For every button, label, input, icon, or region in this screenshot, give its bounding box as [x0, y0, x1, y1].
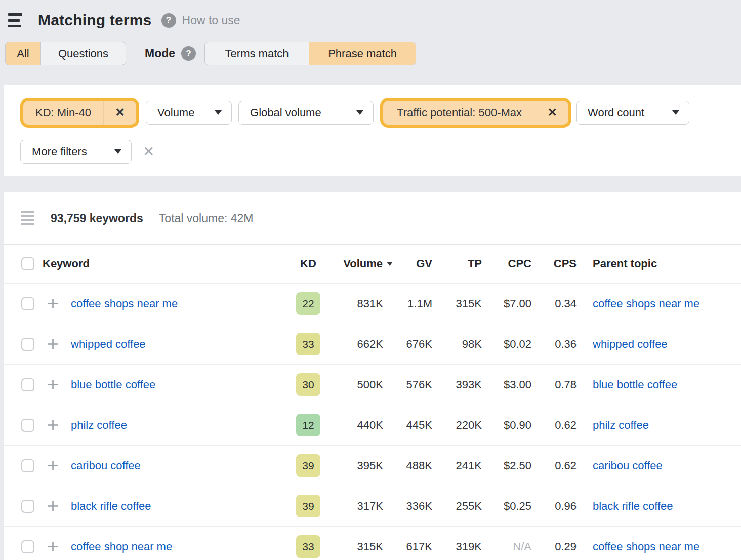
more-filters-dropdown[interactable]: More filters: [20, 140, 132, 164]
tp-value: 98K: [432, 338, 482, 351]
parent-topic-link[interactable]: coffee shops near me: [593, 540, 699, 553]
total-volume: Total volume: 42M: [159, 212, 254, 225]
clear-filters-icon[interactable]: ✕: [143, 145, 154, 159]
parent-topic-link[interactable]: black rifle coffee: [593, 500, 673, 512]
add-to-list-icon[interactable]: [47, 338, 59, 350]
kd-filter-chip-highlight: KD: Min-40 ✕: [20, 98, 139, 128]
add-to-list-icon[interactable]: [47, 500, 59, 512]
row-checkbox[interactable]: [21, 338, 34, 351]
keyword-link[interactable]: caribou coffee: [71, 459, 141, 472]
tp-value: 255K: [432, 500, 482, 513]
column-header-volume-label: Volume: [343, 257, 383, 270]
matching-terms-page: Matching terms ? How to use All Question…: [0, 0, 741, 560]
cps-value: 0.78: [531, 378, 577, 391]
add-to-list-icon[interactable]: [47, 460, 59, 471]
menu-icon[interactable]: [8, 13, 23, 27]
word-count-filter-label: Word count: [588, 106, 644, 119]
kd-badge: 33: [296, 333, 320, 355]
parent-topic-link[interactable]: blue bottle coffee: [593, 378, 677, 391]
row-checkbox[interactable]: [21, 378, 34, 391]
kd-filter-remove-icon[interactable]: ✕: [104, 101, 136, 125]
volume-value: 831K: [320, 297, 383, 310]
gv-value: 1.1M: [383, 297, 432, 310]
column-header-kd[interactable]: KD: [296, 257, 320, 270]
tab-questions[interactable]: Questions: [40, 42, 126, 65]
add-to-list-icon[interactable]: [47, 298, 59, 309]
gv-value: 617K: [383, 540, 432, 553]
volume-value: 317K: [320, 500, 383, 513]
tab-all[interactable]: All: [6, 42, 40, 65]
volume-filter-dropdown[interactable]: Volume: [146, 101, 232, 125]
row-checkbox[interactable]: [21, 297, 34, 310]
table-row: whipped coffee 33 662K 676K 98K $0.02 0.…: [4, 324, 741, 365]
table-body: coffee shops near me 22 831K 1.1M 315K $…: [4, 284, 741, 560]
how-to-use-link[interactable]: How to use: [182, 14, 240, 27]
table-header-row: Keyword KD Volume GV TP CPC CPS Parent t…: [4, 245, 741, 284]
top-header: Matching terms ? How to use All Question…: [0, 0, 741, 85]
cps-value: 0.62: [531, 419, 577, 432]
row-checkbox[interactable]: [21, 459, 34, 472]
traffic-potential-remove-icon[interactable]: ✕: [536, 101, 568, 125]
column-header-tp[interactable]: TP: [432, 257, 482, 270]
column-header-gv[interactable]: GV: [383, 257, 432, 270]
parent-topic-link[interactable]: philz coffee: [593, 419, 649, 431]
select-all-checkbox[interactable]: [21, 257, 34, 270]
cpc-value: $2.50: [482, 459, 531, 472]
scope-segmented-control: All Questions: [5, 42, 126, 65]
global-volume-filter-dropdown[interactable]: Global volume: [238, 101, 374, 125]
kd-filter-label: KD: Min-40: [23, 106, 103, 119]
row-checkbox[interactable]: [21, 540, 34, 553]
filter-row-1: KD: Min-40 ✕ Volume Global volume Traffi…: [20, 98, 741, 128]
keywords-count: 93,759 keywords: [51, 212, 143, 225]
tp-value: 319K: [432, 540, 482, 553]
kd-badge: 12: [296, 414, 320, 436]
kd-badge: 30: [296, 373, 320, 396]
keyword-link[interactable]: blue bottle coffee: [71, 378, 155, 391]
cps-value: 0.36: [531, 338, 577, 351]
tab-phrase-match[interactable]: Phrase match: [309, 42, 416, 65]
filter-panel: KD: Min-40 ✕ Volume Global volume Traffi…: [4, 85, 741, 176]
tab-terms-match[interactable]: Terms match: [205, 42, 309, 65]
gv-value: 336K: [383, 500, 432, 513]
parent-topic-link[interactable]: whipped coffee: [593, 338, 668, 350]
kd-filter-chip[interactable]: KD: Min-40 ✕: [23, 101, 136, 125]
volume-value: 662K: [320, 338, 383, 351]
column-header-parent-topic: Parent topic: [577, 257, 741, 270]
gv-value: 488K: [383, 459, 432, 472]
kd-badge: 22: [296, 292, 320, 315]
column-header-volume[interactable]: Volume: [320, 257, 383, 270]
volume-value: 500K: [320, 378, 383, 391]
table-row: caribou coffee 39 395K 488K 241K $2.50 0…: [4, 446, 741, 486]
list-icon[interactable]: [21, 211, 34, 225]
column-header-cpc[interactable]: CPC: [482, 257, 531, 270]
row-checkbox[interactable]: [21, 419, 34, 432]
parent-topic-link[interactable]: coffee shops near me: [593, 297, 699, 310]
add-to-list-icon[interactable]: [47, 541, 59, 552]
tp-value: 220K: [432, 419, 482, 432]
cpc-value: $7.00: [482, 297, 531, 310]
keyword-link[interactable]: philz coffee: [71, 419, 127, 431]
keyword-link[interactable]: black rifle coffee: [71, 500, 151, 512]
keyword-link[interactable]: whipped coffee: [71, 338, 146, 350]
word-count-filter-dropdown[interactable]: Word count: [576, 101, 689, 125]
cps-value: 0.34: [531, 297, 577, 310]
keyword-link[interactable]: coffee shops near me: [71, 297, 178, 310]
kd-badge: 33: [296, 535, 320, 558]
help-icon[interactable]: ?: [161, 13, 176, 28]
page-title: Matching terms: [38, 12, 152, 29]
traffic-potential-filter-chip[interactable]: Traffic potential: 500-Max ✕: [383, 101, 568, 125]
row-checkbox[interactable]: [21, 500, 34, 513]
keyword-link[interactable]: coffee shop near me: [71, 540, 172, 553]
chevron-down-icon: [215, 110, 222, 115]
add-to-list-icon[interactable]: [47, 379, 59, 390]
table-row: blue bottle coffee 30 500K 576K 393K $3.…: [4, 365, 741, 405]
mode-help-icon[interactable]: ?: [181, 46, 196, 61]
column-header-keyword: Keyword: [34, 257, 296, 270]
global-volume-filter-label: Global volume: [250, 106, 321, 119]
chevron-down-icon: [356, 110, 363, 115]
cpc-value: $0.90: [482, 419, 531, 432]
column-header-cps[interactable]: CPS: [531, 257, 577, 270]
add-to-list-icon[interactable]: [47, 419, 59, 431]
table-row: black rifle coffee 39 317K 336K 255K $0.…: [4, 486, 741, 527]
parent-topic-link[interactable]: caribou coffee: [593, 459, 663, 472]
